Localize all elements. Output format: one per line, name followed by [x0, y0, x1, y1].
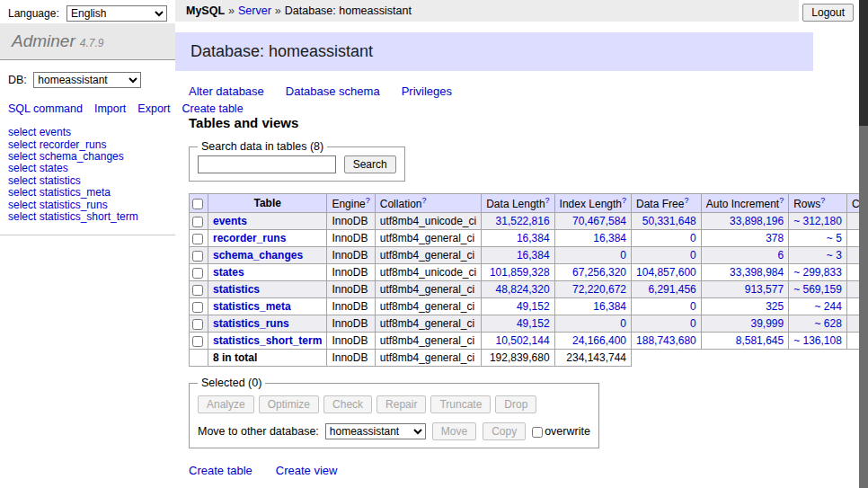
data-free-link[interactable]: 0: [690, 232, 696, 244]
row-checkbox[interactable]: [192, 319, 203, 330]
table-name-link[interactable]: statistics_runs: [213, 317, 289, 330]
truncate-button[interactable]: Truncate: [430, 395, 491, 413]
data-free-link[interactable]: 50,331,648: [642, 215, 696, 227]
table-name-link[interactable]: statistics: [213, 283, 260, 296]
table-name-link[interactable]: events: [213, 215, 247, 227]
analyze-button[interactable]: Analyze: [198, 395, 254, 413]
breadcrumb-mysql-link[interactable]: MySQL: [186, 4, 225, 17]
search-input[interactable]: [198, 155, 336, 173]
data-free-link[interactable]: 0: [690, 317, 696, 330]
drop-button[interactable]: Drop: [495, 395, 536, 413]
data-free-link[interactable]: 0: [690, 300, 696, 313]
move-button[interactable]: Move: [432, 422, 476, 440]
index-length-link[interactable]: 16,384: [593, 300, 626, 313]
link-privileges[interactable]: Privileges: [402, 84, 452, 98]
link-alter-database[interactable]: Alter database: [189, 84, 264, 98]
table-name-link[interactable]: statistics_meta: [213, 300, 291, 313]
data-length-link[interactable]: 16,384: [517, 232, 550, 244]
data-length-link[interactable]: 10,502,144: [496, 334, 550, 347]
row-checkbox[interactable]: [192, 234, 203, 244]
auto-increment-link[interactable]: 378: [766, 232, 784, 244]
rows-count-link[interactable]: ~ 136,108: [793, 334, 842, 347]
row-checkbox[interactable]: [192, 251, 203, 262]
auto-increment-link[interactable]: 39,999: [750, 317, 784, 330]
link-select-recorder-runs[interactable]: select recorder_runs: [8, 139, 168, 150]
row-checkbox[interactable]: [192, 217, 203, 227]
move-db-select[interactable]: homeassistant: [325, 423, 426, 439]
link-select-statistics-meta[interactable]: select statistics_meta: [8, 187, 168, 198]
row-checkbox[interactable]: [192, 336, 203, 347]
row-checkbox[interactable]: [192, 285, 203, 296]
index-length-link[interactable]: 24,166,400: [572, 334, 626, 347]
link-create-view[interactable]: Create view: [276, 464, 338, 477]
row-checkbox[interactable]: [192, 268, 203, 279]
link-import[interactable]: Import: [94, 102, 126, 115]
db-select[interactable]: homeassistant: [33, 72, 141, 88]
index-length-link[interactable]: 67,256,320: [572, 266, 626, 279]
data-length-link[interactable]: 31,522,816: [496, 215, 550, 227]
search-button[interactable]: Search: [344, 155, 396, 173]
data-length-link[interactable]: 48,824,320: [496, 283, 550, 296]
row-checkbox[interactable]: [192, 302, 203, 313]
data-free-link[interactable]: 188,743,680: [636, 334, 696, 347]
link-create-table[interactable]: Create table: [182, 102, 243, 115]
link-select-states[interactable]: select states: [8, 163, 168, 173]
data-length-link[interactable]: 101,859,328: [490, 266, 550, 279]
index-length-link[interactable]: 16,384: [593, 232, 626, 244]
data-free-link[interactable]: 104,857,600: [636, 266, 696, 279]
data-free-link[interactable]: 0: [690, 249, 696, 262]
link-select-statistics-short-term[interactable]: select statistics_short_term: [8, 211, 168, 222]
data-length-link[interactable]: 16,384: [517, 249, 550, 262]
link-sql-command[interactable]: SQL command: [8, 102, 83, 115]
optimize-button[interactable]: Optimize: [259, 395, 319, 413]
overwrite-checkbox[interactable]: [532, 427, 543, 438]
index-length-link[interactable]: 72,220,672: [572, 283, 626, 296]
repair-button[interactable]: Repair: [376, 395, 426, 413]
help-link[interactable]: ?: [622, 196, 626, 205]
adminer-logo-link[interactable]: Adminer: [12, 31, 75, 50]
rows-count-link[interactable]: ~ 5: [827, 232, 842, 244]
link-database-schema[interactable]: Database schema: [286, 84, 380, 98]
help-link[interactable]: ?: [684, 196, 688, 205]
index-length-link[interactable]: 0: [620, 249, 626, 262]
link-select-schema-changes[interactable]: select schema_changes: [8, 151, 168, 162]
link-select-events[interactable]: select events: [8, 127, 168, 138]
table-name-link[interactable]: statistics_short_term: [213, 334, 322, 347]
logout-button[interactable]: Logout: [802, 4, 854, 22]
rows-count-link[interactable]: ~ 3: [827, 249, 842, 262]
link-select-statistics[interactable]: select statistics: [8, 175, 168, 186]
rows-count-link[interactable]: ~ 299,833: [793, 266, 842, 279]
table-name-link[interactable]: recorder_runs: [213, 232, 286, 244]
auto-increment-link[interactable]: 325: [766, 300, 784, 313]
rows-count-link[interactable]: ~ 244: [815, 300, 842, 313]
link-create-table[interactable]: Create table: [189, 464, 252, 477]
help-link[interactable]: ?: [366, 196, 370, 205]
index-length-link[interactable]: 0: [620, 317, 626, 330]
rows-count-link[interactable]: ~ 312,180: [793, 215, 842, 227]
help-link[interactable]: ?: [421, 196, 426, 205]
select-all-checkbox[interactable]: [192, 199, 203, 209]
data-free-link[interactable]: 6,291,456: [648, 283, 695, 296]
table-name-link[interactable]: states: [213, 266, 244, 279]
data-length-link[interactable]: 49,152: [517, 300, 550, 313]
link-export[interactable]: Export: [137, 102, 170, 115]
copy-button[interactable]: Copy: [483, 422, 526, 440]
table-name-link[interactable]: schema_changes: [213, 249, 303, 262]
help-link[interactable]: ?: [820, 196, 825, 205]
auto-increment-link[interactable]: 8,581,645: [736, 334, 784, 347]
link-select-statistics-runs[interactable]: select statistics_runs: [8, 200, 168, 210]
help-link[interactable]: ?: [779, 196, 784, 205]
rows-count-link[interactable]: ~ 628: [815, 317, 842, 330]
index-length-link[interactable]: 70,467,584: [572, 215, 626, 227]
auto-increment-link[interactable]: 913,577: [745, 283, 784, 296]
auto-increment-link[interactable]: 33,398,984: [730, 266, 784, 279]
breadcrumb-server-link[interactable]: Server: [238, 4, 271, 17]
data-length-link[interactable]: 49,152: [517, 317, 550, 330]
overwrite-option[interactable]: overwrite: [532, 425, 590, 438]
scrollbar-thumb[interactable]: [859, 0, 868, 126]
vertical-scrollbar[interactable]: [859, 0, 868, 488]
rows-count-link[interactable]: ~ 569,159: [793, 283, 842, 296]
auto-increment-link[interactable]: 6: [777, 249, 784, 262]
help-link[interactable]: ?: [545, 196, 550, 205]
auto-increment-link[interactable]: 33,898,196: [730, 215, 784, 227]
